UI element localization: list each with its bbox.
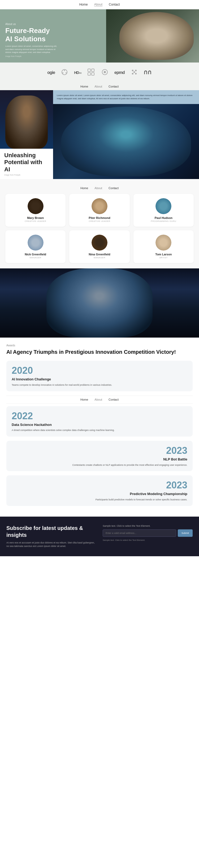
logo-hd: HD≡≡ — [74, 70, 81, 75]
team-card-2: Piter Richmond CREATIVE LEADER — [69, 194, 129, 227]
email-row: Submit — [103, 529, 193, 537]
logo-icon-1 — [60, 68, 69, 78]
award-year-4: 2023 — [12, 479, 187, 491]
team-role-5: MANAGER — [74, 256, 125, 259]
team-role-2: CREATIVE LEADER — [74, 220, 125, 222]
svg-rect-6 — [88, 73, 90, 75]
award-card-3: 2023 NLP Bot Battle Contestants create c… — [6, 441, 193, 471]
logo-ogie: ogie — [47, 70, 55, 75]
team-role-4: MANAGER — [9, 256, 61, 259]
team-role-1: CREATIVE LEADER — [9, 220, 61, 222]
award-name-3: NLP Bot Battle — [12, 457, 187, 462]
robot-face-image — [53, 104, 199, 179]
svg-point-12 — [132, 73, 133, 74]
hero-robot-face — [119, 12, 194, 60]
award-name-1: AI Innovation Challenge — [12, 377, 187, 382]
unleashing-body-text: Lorem ipsum dolor sit amet. Lorem ipsum … — [53, 90, 199, 104]
nav4-contact[interactable]: Contact — [109, 398, 119, 401]
email-input[interactable] — [103, 529, 176, 537]
logo-nn: ᑎᑎ — [144, 70, 152, 75]
award-name-2: Data Science Hackathon — [12, 423, 187, 427]
svg-point-13 — [135, 73, 137, 74]
unleashing-section: UnleashingPotential with AI Image from F… — [0, 90, 199, 179]
nav-about[interactable]: About — [94, 3, 103, 7]
unleashing-right: Lorem ipsum dolor sit amet. Lorem ipsum … — [53, 90, 199, 179]
hero-section: About us Future-ReadyAI Solutions Lorem … — [0, 9, 199, 63]
nav-home[interactable]: Home — [79, 3, 88, 7]
subscribe-sample-bottom: Sample text. Click to select the Text El… — [103, 539, 193, 541]
hero-text-block: About us Future-ReadyAI Solutions Lorem … — [5, 23, 58, 57]
svg-rect-7 — [91, 73, 94, 75]
nav3-about[interactable]: About — [94, 186, 102, 190]
svg-point-2 — [62, 72, 64, 73]
full-robot-image — [0, 269, 199, 338]
award-card-1: 2020 AI Innovation Challenge Teams compe… — [6, 361, 193, 391]
svg-point-11 — [135, 70, 137, 71]
nav2-contact[interactable]: Contact — [109, 85, 119, 88]
unleashing-heading: UnleashingPotential with AI — [4, 152, 49, 173]
avatar-1 — [28, 198, 43, 214]
svg-rect-5 — [91, 69, 94, 71]
unleashing-text-block: UnleashingPotential with AI Image from F… — [0, 149, 53, 179]
unleashing-body-paragraph: Lorem ipsum dolor sit amet. Lorem ipsum … — [57, 94, 195, 100]
team-card-5: Nina Greenfield MANAGER — [69, 230, 129, 263]
team-card-6: Tom Larson ARTIST — [133, 230, 194, 263]
svg-point-9 — [104, 71, 106, 73]
award-desc-3: Contestants create chatbots or NLP appli… — [12, 463, 187, 467]
team-card-4: Nick Greenfield MANAGER — [5, 230, 66, 263]
nav3-home[interactable]: Home — [80, 186, 88, 190]
nav-team: Home About Contact — [5, 184, 194, 194]
nav3-contact[interactable]: Contact — [109, 186, 119, 190]
subscribe-section: Subscribe for latest updates & insights … — [0, 517, 199, 556]
award-name-4: Predictive Modeling Championship — [12, 492, 187, 496]
logo-icon-2 — [87, 68, 95, 78]
svg-point-14 — [133, 71, 135, 73]
nav4-about[interactable]: About — [94, 398, 102, 401]
svg-point-10 — [132, 70, 133, 71]
svg-rect-4 — [88, 69, 90, 71]
hero-robot-image — [106, 9, 199, 63]
award-desc-1: Teams compete to develop innovative AI s… — [12, 383, 187, 387]
team-name-3: Paul Hudson — [138, 216, 190, 219]
avatar-4 — [28, 235, 43, 251]
team-section: Home About Contact Mary Brown CREATIVE L… — [0, 179, 199, 269]
team-name-2: Piter Richmond — [74, 216, 125, 219]
avatar-5 — [91, 235, 108, 251]
subscribe-title: Subscribe for latest updates & insights — [6, 525, 96, 538]
team-name-6: Tom Larson — [138, 253, 190, 256]
nav-contact[interactable]: Contact — [109, 3, 120, 7]
team-name-1: Mary Brown — [9, 216, 61, 219]
award-desc-4: Participants build predictive models to … — [12, 498, 187, 502]
nav-second: Home About Contact — [0, 83, 199, 90]
avatar-6 — [156, 235, 171, 251]
hero-image-credit: Image from Freepik — [5, 55, 58, 57]
nav2-home[interactable]: Home — [80, 85, 88, 88]
award-year-2: 2022 — [12, 410, 187, 422]
logos-bar: ogie HD≡≡ epmd ᑎᑎ — [0, 63, 199, 83]
award-card-4: 2023 Predictive Modeling Championship Pa… — [6, 475, 193, 506]
team-name-5: Nina Greenfield — [74, 253, 125, 256]
svg-point-1 — [64, 70, 65, 71]
subscribe-right: Sample text. Click to select the Text El… — [103, 525, 193, 548]
award-desc-2: A timed competition where data scientist… — [12, 429, 187, 432]
team-role-3: PROGRAMMING GURU — [138, 220, 190, 222]
subscribe-button[interactable]: Submit — [178, 529, 193, 537]
subscribe-left: Subscribe for latest updates & insights … — [6, 525, 96, 548]
avatar-3 — [156, 198, 171, 214]
subscribe-sample-top: Sample text. Click to select the Text El… — [103, 525, 193, 527]
team-name-4: Nick Greenfield — [9, 253, 61, 256]
awards-section: Awards AI Agency Triumphs in Prestigious… — [0, 338, 199, 517]
awards-label: Awards — [6, 344, 193, 347]
nav2-about[interactable]: About — [94, 85, 102, 88]
team-role-6: ARTIST — [138, 256, 190, 259]
logo-epmd: epmd — [114, 70, 125, 75]
svg-point-3 — [66, 72, 67, 73]
award-year-1: 2020 — [12, 365, 187, 376]
nav-awards: Home About Contact — [6, 396, 193, 404]
award-card-2: 2022 Data Science Hackathon A timed comp… — [6, 406, 193, 436]
awards-title: AI Agency Triumphs in Prestigious Innova… — [6, 348, 193, 355]
hero-description: Lorem ipsum dolor sit amet, consectetur … — [5, 45, 58, 54]
logo-icon-3 — [101, 68, 109, 78]
nav4-home[interactable]: Home — [80, 398, 88, 401]
logo-icon-4 — [130, 68, 138, 78]
